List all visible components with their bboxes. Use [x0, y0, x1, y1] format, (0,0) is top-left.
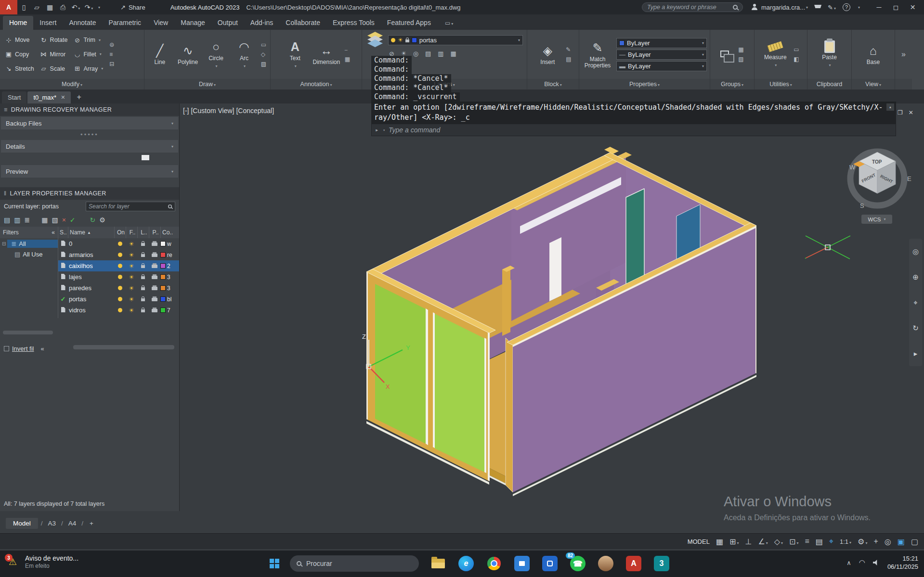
open-file-icon[interactable]: ▱ — [30, 3, 43, 11]
edge-icon[interactable]: e — [458, 556, 474, 571]
new-group-filter-icon[interactable]: ▥ — [14, 216, 20, 224]
ortho-icon[interactable]: ⊥ — [745, 537, 752, 546]
text-button[interactable]: AText▾ — [281, 39, 309, 69]
modify-extra-icon-3[interactable]: ⊟ — [109, 61, 114, 67]
add-status-icon[interactable]: + — [873, 537, 878, 546]
isolate-objects-icon[interactable]: ◎ — [885, 537, 891, 546]
grid-icon[interactable]: ▦ — [716, 537, 723, 546]
object-color-combo[interactable]: ByLayer▾ — [616, 38, 707, 48]
lineweight-icon[interactable]: ≡ — [805, 537, 809, 546]
filter-all-used[interactable]: ▤All Use — [0, 249, 58, 259]
photos-app-icon[interactable] — [542, 556, 558, 571]
file-tab-start[interactable]: Start — [2, 91, 26, 103]
rectangle-icon[interactable]: ▭ — [261, 41, 266, 48]
wcs-selector[interactable]: WCS▾ — [861, 215, 892, 224]
circle-button[interactable]: ○Circle▾ — [204, 39, 228, 69]
whatsapp-icon[interactable]: ☎82 — [570, 556, 586, 571]
share-button[interactable]: ↗ Share — [120, 4, 145, 11]
color-swatch[interactable] — [160, 241, 166, 246]
lock-icon[interactable] — [141, 243, 145, 246]
undo-icon[interactable]: ↶▾ — [69, 3, 82, 11]
ribbon-tab-collaborate[interactable]: Collaborate — [279, 16, 326, 30]
viewport-minimize-control[interactable]: [-] — [183, 107, 189, 115]
tray-expand-icon[interactable]: ∧ — [846, 559, 851, 566]
scale-button[interactable]: ▱Scale — [38, 62, 70, 76]
create-block-icon[interactable]: ✎ — [566, 46, 571, 53]
filters-scrollbar[interactable] — [3, 331, 53, 334]
ribbon-tab-addins[interactable]: Add-ins — [244, 16, 279, 30]
clock[interactable]: 15:21 06/11/2025 — [887, 554, 918, 571]
autocad-taskbar-icon[interactable]: A — [626, 556, 641, 571]
drm-section-details[interactable]: Details▾ — [1, 140, 178, 153]
settings-gear-icon[interactable]: ⚙▾ — [858, 537, 867, 546]
lpm-settings-gear-icon[interactable]: ⚙ — [99, 216, 105, 224]
stretch-button[interactable]: ↘Stretch — [3, 62, 36, 76]
panel-label-draw[interactable]: Draw▾ — [144, 79, 270, 90]
rotate-button[interactable]: ↻Rotate — [38, 33, 70, 47]
drm-section-backup-files[interactable]: Backup Files▾ — [1, 117, 178, 129]
event-notification[interactable]: ⚠ 3 Aviso de evento... Em efeito — [9, 554, 78, 570]
grid-scrollbar[interactable] — [73, 345, 174, 349]
restore-window-icon[interactable]: ❐ — [898, 109, 903, 116]
lpm-title[interactable]: ‖LAYER PROPERTIES MANAGER — [0, 187, 179, 200]
keyword-search[interactable] — [642, 2, 743, 12]
plot-icon[interactable]: ⎙ — [56, 3, 69, 12]
new-layer-vp-icon[interactable]: ▧ — [52, 216, 58, 224]
freeze-icon[interactable]: ☀ — [129, 241, 134, 247]
layer-row-selected[interactable]: caixilhos ☀ 2 — [58, 260, 179, 271]
ungroup-icon[interactable]: ▦ — [738, 46, 743, 53]
layer-search[interactable] — [86, 202, 175, 211]
minimize-window-icon[interactable]: ─ — [872, 3, 885, 11]
hatch-icon[interactable]: ▨ — [261, 61, 266, 67]
selection-cycling-icon[interactable]: ▤ — [816, 537, 823, 546]
quick-calc-icon[interactable]: ▭ — [794, 46, 799, 53]
close-window-icon[interactable]: ✕ — [909, 109, 913, 116]
layer-search-input[interactable] — [89, 203, 165, 210]
delete-layer-icon[interactable]: × — [62, 216, 66, 224]
object-snap-icon[interactable]: ⊡▾ — [789, 537, 798, 546]
showmotion-icon[interactable]: ▸ — [914, 349, 918, 358]
refresh-icon[interactable]: ↻ — [90, 216, 96, 224]
close-tab-icon[interactable]: ✕ — [61, 94, 65, 101]
filter-all[interactable]: ≣All — [7, 240, 57, 248]
ribbon-tab-annotate[interactable]: Annotate — [63, 16, 102, 30]
ribbon-tab-output[interactable]: Output — [211, 16, 244, 30]
ribbon-tab-parametric[interactable]: Parametric — [102, 16, 147, 30]
collapse-filters-icon[interactable]: « — [52, 229, 55, 236]
invert-filter-checkbox[interactable] — [4, 346, 9, 351]
viewcube[interactable]: W S E TOP FRONT RIGHT — [849, 152, 911, 209]
chrome-icon[interactable] — [486, 556, 502, 571]
new-tab-button[interactable]: + — [72, 91, 86, 103]
layer-selector-combo[interactable]: ☀ portas ▾ — [388, 35, 523, 45]
modify-extra-icon-2[interactable]: ≡ — [109, 51, 114, 58]
drm-details-grip[interactable] — [142, 155, 149, 160]
user-icon[interactable] — [751, 4, 758, 11]
zoom-icon[interactable]: ⌖ — [913, 298, 917, 307]
drm-title[interactable]: ≡DRAWING RECOVERY MANAGER — [0, 103, 179, 116]
panel-label-annotation[interactable]: Annotation▾ — [271, 79, 362, 90]
add-layout-button[interactable]: + — [86, 519, 97, 528]
user-avatar[interactable] — [598, 556, 613, 571]
ribbon-tab-manage[interactable]: Manage — [174, 16, 211, 30]
user-name[interactable]: margarida.cra... — [761, 4, 805, 11]
leader-icon[interactable]: ⎯ — [345, 46, 350, 53]
panel-label-modify[interactable]: Modify▾ — [0, 79, 144, 90]
ribbon-tab-insert[interactable]: Insert — [33, 16, 63, 30]
array-button[interactable]: ⊞Array▾ — [71, 62, 105, 76]
polar-tracking-icon[interactable]: ∠▾ — [758, 537, 768, 546]
set-current-layer-icon[interactable]: ✓ — [70, 216, 76, 224]
on-icon[interactable] — [118, 242, 122, 246]
model-space-label[interactable]: MODEL — [688, 538, 710, 545]
redo-icon[interactable]: ↷▾ — [82, 3, 95, 11]
layer-row[interactable]: vidros ☀ 7 — [58, 305, 179, 316]
layer-search-icon[interactable] — [168, 205, 172, 208]
layer-states-icon[interactable]: ≣ — [24, 216, 30, 224]
volume-icon[interactable] — [873, 560, 880, 565]
ribbon-overflow-icon[interactable]: » — [901, 50, 906, 59]
plot-icon[interactable] — [152, 243, 157, 246]
modify-extra-icon-1[interactable]: ⊜ — [109, 41, 114, 48]
new-file-icon[interactable]: ▯ — [17, 3, 30, 11]
table-icon[interactable]: ▦ — [345, 56, 350, 63]
taskbar-search[interactable]: Procurar — [290, 555, 419, 572]
isodraft-icon[interactable]: ◇▾ — [774, 537, 783, 546]
